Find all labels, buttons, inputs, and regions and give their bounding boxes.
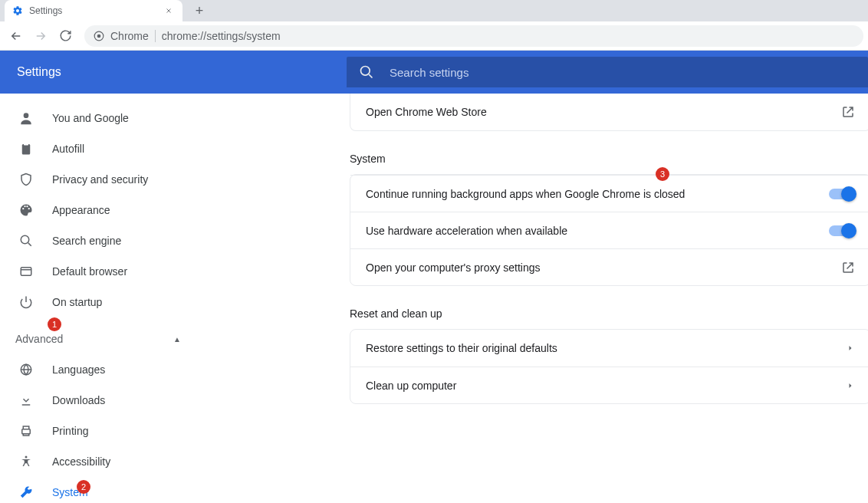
palette-icon <box>18 202 34 218</box>
row-open-chrome-web-store[interactable]: Open Chrome Web Store <box>350 94 868 130</box>
svg-point-2 <box>361 67 370 76</box>
sidebar-item-appearance[interactable]: Appearance <box>0 195 196 225</box>
sidebar-item-on-startup[interactable]: On startup <box>0 287 196 317</box>
svg-rect-4 <box>22 144 31 155</box>
annotation-badge-2: 2 <box>77 480 90 494</box>
address-bar[interactable]: Chrome chrome://settings/system <box>84 25 863 47</box>
sidebar-item-label: Search engine <box>52 235 121 247</box>
tab-title: Settings <box>29 5 62 16</box>
card-system: 3 Continue running background apps when … <box>350 174 868 286</box>
sidebar-item-label: Accessibility <box>52 455 110 468</box>
chrome-origin-icon <box>94 31 104 41</box>
sidebar-item-default-browser[interactable]: Default browser <box>0 256 196 287</box>
gear-icon <box>12 5 23 16</box>
browser-icon <box>18 264 34 279</box>
sidebar-item-label: Appearance <box>52 204 110 216</box>
sidebar-item-languages[interactable]: Languages <box>0 354 196 385</box>
omnibox-divider <box>155 30 156 42</box>
sidebar-group-label: Advanced <box>15 333 63 345</box>
shield-icon <box>18 172 34 187</box>
sidebar-item-printing[interactable]: Printing <box>0 416 196 446</box>
row-hardware-acceleration[interactable]: Use hardware acceleration when available <box>350 212 868 248</box>
sidebar-item-label: Autofill <box>52 143 84 155</box>
svg-rect-7 <box>21 268 31 276</box>
svg-point-6 <box>21 235 29 244</box>
sidebar-item-label: Privacy and security <box>52 173 148 186</box>
globe-icon <box>18 362 34 377</box>
caret-up-icon: ▲ <box>173 335 181 344</box>
settings-main: Open Chrome Web Store System 3 Continue … <box>196 94 868 503</box>
download-icon <box>18 393 34 408</box>
row-cleanup-computer[interactable]: Clean up computer <box>350 367 868 403</box>
external-link-icon <box>841 105 855 119</box>
external-link-icon <box>841 261 855 275</box>
power-icon <box>18 294 34 310</box>
row-restore-defaults[interactable]: Restore settings to their original defau… <box>350 330 868 367</box>
svg-rect-5 <box>24 143 28 146</box>
row-label: Use hardware acceleration when available <box>366 225 567 237</box>
url-text: chrome://settings/system <box>162 30 281 42</box>
browser-toolbar: Chrome chrome://settings/system <box>0 21 868 51</box>
wrench-icon <box>18 485 34 500</box>
person-icon <box>18 110 34 126</box>
sidebar-item-label: Printing <box>52 425 88 437</box>
chevron-right-icon <box>846 344 855 353</box>
search-icon <box>359 64 374 80</box>
card-reset: Restore settings to their original defau… <box>350 329 868 404</box>
sidebar-item-accessibility[interactable]: Accessibility <box>0 446 196 477</box>
toggle-hardware-acceleration[interactable] <box>829 225 855 236</box>
chevron-right-icon <box>846 381 855 390</box>
printer-icon <box>18 423 34 439</box>
annotation-badge-3: 3 <box>656 167 669 181</box>
content-area: You and Google Autofill Privacy and secu… <box>0 94 868 503</box>
sidebar-item-you-and-google[interactable]: You and Google <box>0 103 196 133</box>
row-label: Open your computer's proxy settings <box>366 261 541 274</box>
settings-header: Settings Search settings <box>0 51 868 94</box>
sidebar-item-label: Downloads <box>52 394 105 406</box>
tab-strip: Settings + <box>0 0 868 21</box>
row-label: Continue running background apps when Go… <box>366 188 685 200</box>
forward-button[interactable] <box>29 25 52 48</box>
accessibility-icon <box>18 454 34 469</box>
browser-tab-settings[interactable]: Settings <box>5 0 182 21</box>
row-label: Restore settings to their original defau… <box>366 342 557 354</box>
svg-point-3 <box>24 113 29 118</box>
section-title-system: System <box>350 153 386 165</box>
sidebar-item-search-engine[interactable]: Search engine <box>0 225 196 256</box>
annotation-badge-1: 1 <box>48 317 61 331</box>
reload-button[interactable] <box>54 25 77 48</box>
sidebar-item-label: You and Google <box>52 112 129 124</box>
sidebar-item-autofill[interactable]: Autofill <box>0 133 196 164</box>
clipboard-icon <box>18 141 34 156</box>
sidebar-group-advanced[interactable]: Advanced ▲ 1 <box>0 324 196 354</box>
search-settings-box[interactable]: Search settings <box>347 57 868 87</box>
origin-label: Chrome <box>110 30 149 42</box>
card-chrome-web-store: Open Chrome Web Store <box>350 94 868 131</box>
section-title-reset: Reset and clean up <box>350 286 868 329</box>
sidebar-item-downloads[interactable]: Downloads <box>0 385 196 416</box>
row-label: Clean up computer <box>366 380 456 392</box>
sidebar-item-system[interactable]: System 2 <box>0 477 196 503</box>
svg-point-1 <box>97 34 101 38</box>
svg-point-10 <box>25 456 28 459</box>
close-tab-icon[interactable] <box>163 5 175 17</box>
sidebar-item-label: Languages <box>52 363 105 376</box>
row-background-apps[interactable]: Continue running background apps when Go… <box>350 175 868 212</box>
svg-rect-9 <box>22 429 31 434</box>
new-tab-button[interactable]: + <box>189 0 210 21</box>
search-icon <box>18 233 34 248</box>
sidebar-item-label: Default browser <box>52 265 127 278</box>
sidebar-item-privacy[interactable]: Privacy and security <box>0 164 196 195</box>
back-button[interactable] <box>5 25 28 48</box>
row-proxy-settings[interactable]: Open your computer's proxy settings <box>350 248 868 285</box>
toggle-background-apps[interactable] <box>829 189 855 199</box>
page-title: Settings <box>17 65 347 79</box>
row-label: Open Chrome Web Store <box>366 106 487 118</box>
settings-sidebar: You and Google Autofill Privacy and secu… <box>0 94 196 503</box>
sidebar-item-label: On startup <box>52 296 102 308</box>
search-placeholder: Search settings <box>390 66 469 79</box>
